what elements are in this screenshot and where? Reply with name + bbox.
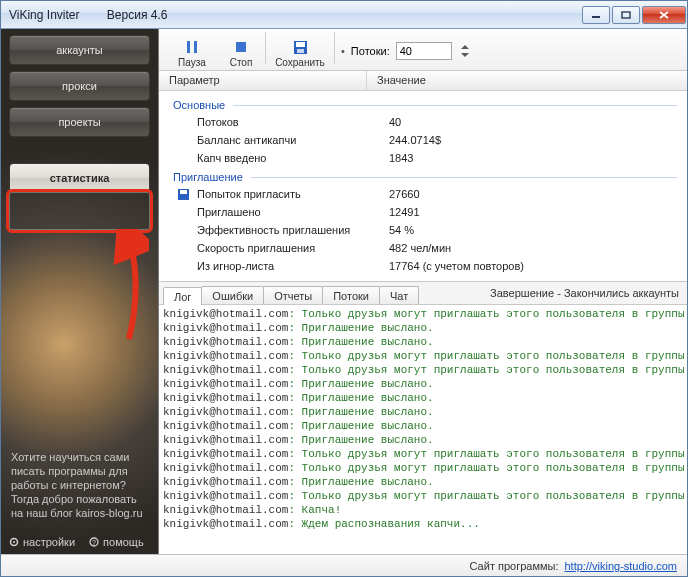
close-button[interactable] xyxy=(642,6,686,24)
separator xyxy=(265,32,266,64)
stat-key: Балланс антикапчи xyxy=(193,134,389,146)
col-value: Значение xyxy=(367,71,687,90)
col-param: Параметр xyxy=(159,71,367,90)
annotation-arrow-icon xyxy=(109,229,149,349)
save-button[interactable]: Сохранить xyxy=(270,38,330,68)
sidebar-item-accounts[interactable]: аккаунты xyxy=(9,35,150,65)
svg-rect-13 xyxy=(180,190,187,194)
pause-icon xyxy=(165,38,219,56)
tab-потоки[interactable]: Потоки xyxy=(322,286,380,304)
svg-rect-10 xyxy=(296,42,305,47)
stat-row: Скорость приглашения482 чел/мин xyxy=(173,239,687,257)
svg-text:?: ? xyxy=(92,539,96,546)
svg-rect-1 xyxy=(622,12,630,18)
stat-key: Потоков xyxy=(193,116,389,128)
stat-key: Эффективность приглашения xyxy=(193,224,389,236)
group-main: Основные xyxy=(173,99,687,111)
settings-link[interactable]: настройки xyxy=(9,536,75,548)
sidebar: аккаунты прокси проекты статистика Хотит… xyxy=(1,29,158,554)
stat-row: Из игнор-листа17764 (с учетом повторов) xyxy=(173,257,687,275)
svg-rect-6 xyxy=(187,41,190,53)
svg-point-3 xyxy=(13,541,15,543)
stat-key: Из игнор-листа xyxy=(193,260,389,272)
toolbar: Пауза Стоп Сохранить • Потоки: xyxy=(159,29,687,71)
stat-key: Скорость приглашения xyxy=(193,242,389,254)
tab-отчеты[interactable]: Отчеты xyxy=(263,286,323,304)
threads-input[interactable] xyxy=(396,42,452,60)
stat-row: Попыток пригласить27660 xyxy=(173,185,687,203)
tab-чат[interactable]: Чат xyxy=(379,286,419,304)
spinner-icon[interactable] xyxy=(458,43,472,59)
maximize-button[interactable] xyxy=(612,6,640,24)
stat-value: 244.0714$ xyxy=(389,134,441,146)
stat-row: Эффективность приглашения54 % xyxy=(173,221,687,239)
stat-value: 17764 (с учетом повторов) xyxy=(389,260,524,272)
stat-row: Капч введено1843 xyxy=(173,149,687,167)
svg-rect-11 xyxy=(297,49,304,53)
stat-value: 27660 xyxy=(389,188,420,200)
stat-row: Приглашено12491 xyxy=(173,203,687,221)
svg-rect-7 xyxy=(194,41,197,53)
help-icon: ? xyxy=(89,537,99,547)
tab-ошибки[interactable]: Ошибки xyxy=(201,286,264,304)
stat-value: 482 чел/мин xyxy=(389,242,451,254)
separator xyxy=(334,32,335,64)
stat-row: Балланс антикапчи244.0714$ xyxy=(173,131,687,149)
svg-rect-8 xyxy=(236,42,246,52)
svg-rect-0 xyxy=(592,16,600,18)
log-tabs: ЛогОшибкиОтчетыПотокиЧат Завершение - За… xyxy=(159,282,687,304)
stop-icon xyxy=(221,38,261,56)
log-output[interactable]: knigivk@hotmail.com: Только друзья могут… xyxy=(159,304,687,554)
sidebar-item-proxy[interactable]: прокси xyxy=(9,71,150,101)
save-icon xyxy=(177,188,190,201)
stat-row: Потоков40 xyxy=(173,113,687,131)
highlight-box xyxy=(6,189,153,233)
tab-лог[interactable]: Лог xyxy=(163,287,202,305)
pause-button[interactable]: Пауза xyxy=(165,38,219,68)
minimize-button[interactable] xyxy=(582,6,610,24)
stat-key: Попыток пригласить xyxy=(193,188,389,200)
titlebar: ViKing Inviter Версия 4.6 xyxy=(1,1,687,29)
save-icon xyxy=(270,38,330,56)
sidebar-item-projects[interactable]: проекты xyxy=(9,107,150,137)
help-link[interactable]: ?помощь xyxy=(89,536,144,548)
sidebar-item-statistics[interactable]: статистика xyxy=(9,163,150,193)
stats-header: Параметр Значение xyxy=(159,71,687,91)
group-invite: Приглашение xyxy=(173,171,687,183)
app-title: ViKing Inviter xyxy=(9,8,79,22)
statusbar: Сайт программы: http://viking-studio.com xyxy=(1,554,687,576)
app-version: Версия 4.6 xyxy=(107,8,168,22)
threads-label: Потоки: xyxy=(351,45,390,57)
stat-key: Приглашено xyxy=(193,206,389,218)
site-link[interactable]: http://viking-studio.com xyxy=(565,560,678,572)
stat-value: 54 % xyxy=(389,224,414,236)
stat-value: 12491 xyxy=(389,206,420,218)
stat-value: 1843 xyxy=(389,152,413,164)
site-label: Сайт программы: xyxy=(470,560,559,572)
stat-value: 40 xyxy=(389,116,401,128)
stop-button[interactable]: Стоп xyxy=(221,38,261,68)
gear-icon xyxy=(9,537,19,547)
stat-key: Капч введено xyxy=(193,152,389,164)
main-panel: Пауза Стоп Сохранить • Потоки: Параметр … xyxy=(158,29,687,554)
stats-body: Основные Потоков40Балланс антикапчи244.0… xyxy=(159,91,687,281)
promo-text: Хотите научиться сами писать программы д… xyxy=(11,450,148,520)
completion-status: Завершение - Закончились аккаунты xyxy=(490,287,679,299)
